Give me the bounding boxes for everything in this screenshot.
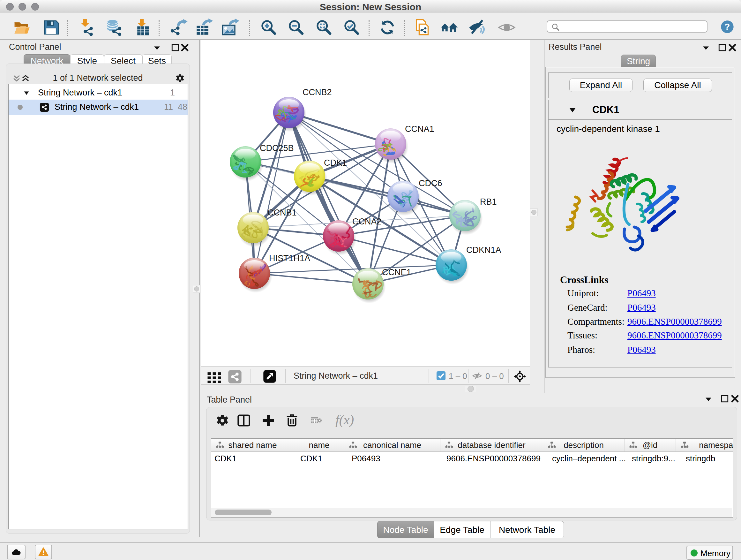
svg-text:CDKN1A: CDKN1A — [466, 245, 501, 255]
svg-text:CCNA2: CCNA2 — [352, 217, 382, 226]
svg-text:HIST1H1A: HIST1H1A — [269, 253, 310, 263]
svg-text:CCNB2: CCNB2 — [302, 87, 332, 97]
svg-text:CDC25B: CDC25B — [260, 143, 294, 153]
svg-text:CCNA1: CCNA1 — [405, 124, 434, 134]
svg-text:CCNB1: CCNB1 — [267, 208, 297, 217]
svg-text:RB1: RB1 — [480, 197, 497, 206]
svg-text:CDK1: CDK1 — [324, 158, 347, 168]
svg-text:CCNE1: CCNE1 — [382, 267, 411, 277]
svg-text:?: ? — [725, 22, 730, 32]
svg-text:CDC6: CDC6 — [419, 179, 442, 188]
